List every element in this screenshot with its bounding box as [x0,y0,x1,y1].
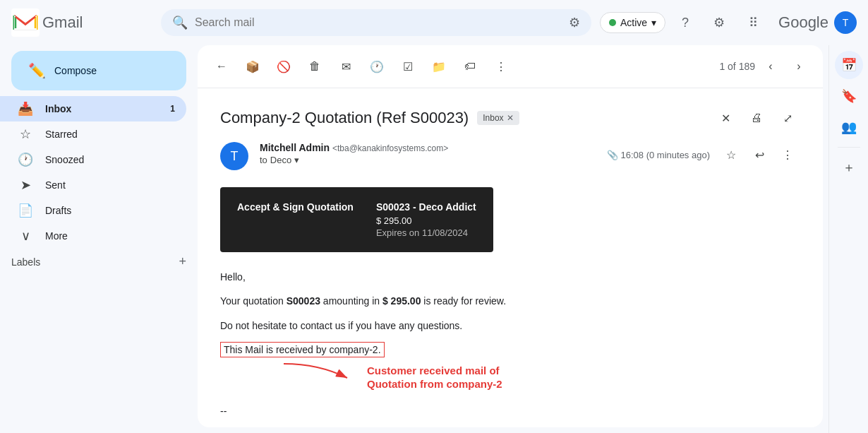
sent-icon: ➤ [17,177,34,193]
report-spam-button[interactable]: 🚫 [271,54,296,79]
search-bar[interactable]: 🔍 ⚙ [161,9,591,36]
close-email-button[interactable]: ✕ [713,105,738,131]
mark-unread-button[interactable]: ✉ [333,54,358,79]
compose-button[interactable]: ✏️ Compose [11,51,186,90]
prev-email-button[interactable]: ‹ [758,54,783,79]
remove-inbox-label[interactable]: ✕ [507,113,514,123]
delete-button[interactable]: 🗑 [302,54,327,79]
sender-name: Mitchell Admin [260,142,330,153]
greeting: Hello, [220,269,800,285]
quotation-ref-inline: S00023 [287,295,320,307]
quotation-price: $ 295.00 [376,215,476,226]
pagination-text: 1 of 189 [719,61,755,72]
meta-icons: ☆ ↩ ⋮ [718,142,800,167]
quotation-details: S00023 - Deco Addict $ 295.00 Expires on… [376,201,476,238]
apps-icon[interactable]: ⠿ [739,8,767,37]
sidebar-item-sent[interactable]: ➤ Sent [0,172,186,198]
quotation-expiry: Expires on 11/08/2024 [376,227,476,238]
snoozed-icon: 🕐 [17,152,34,167]
accept-sign-quotation-button[interactable]: Accept & Sign Quotation [237,201,354,213]
labels-title: Labels [11,256,40,268]
sidebar-item-label: More [45,230,68,242]
print-button[interactable]: 🖨 [744,105,769,131]
add-task-button[interactable]: ☑ [395,54,421,79]
label-button[interactable]: 🏷 [457,54,483,79]
archive-button[interactable]: 📦 [240,54,265,79]
to-dropdown-icon[interactable]: ▾ [294,155,299,165]
add-apps-icon right-icon-add[interactable]: ＋ [835,153,863,182]
active-dot [609,19,616,26]
sidebar-item-inbox[interactable]: 📥 Inbox 1 [0,96,186,121]
add-label-icon[interactable]: + [179,254,186,269]
tune-icon[interactable]: ⚙ [569,15,580,30]
avatar[interactable]: T [834,11,857,34]
paperclip-icon: 📎 [607,150,618,160]
email-time: 📎 16:08 (0 minutes ago) [607,150,710,160]
email-panel: ← 📦 🚫 🗑 ✉ 🕐 ☑ 📁 🏷 ⋮ 1 of 189 ‹ › Company… [198,45,823,427]
pagination: 1 of 189 ‹ › [719,54,812,79]
body-paragraph-1: Your quotation S00023 amounting in $ 295… [220,293,800,309]
annotation-arrow [277,357,361,392]
email-meta: 📎 16:08 (0 minutes ago) ☆ ↩ ⋮ [607,142,800,167]
sender-avatar: T [220,142,248,170]
email-subject: Company-2 Quotation (Ref S00023) [220,109,469,127]
email-header-row: T Mitchell Admin <tba@kanakinfosystems.c… [220,142,800,170]
gmail-logo-icon [11,8,40,37]
sender-email: <tba@kanakinfosystems.com> [332,143,448,153]
calendar-icon[interactable]: 📅 [835,51,863,79]
inbox-badge-count: 1 [170,104,175,114]
sidebar-item-snoozed[interactable]: 🕐 Snoozed [0,147,186,172]
sidebar-item-label: Starred [45,129,78,140]
contacts-icon[interactable]: 👥 [835,113,863,141]
amount-inline: $ 295.00 [382,295,421,307]
sidebar-item-starred[interactable]: ☆ Starred [0,121,186,147]
sidebar-item-more[interactable]: ∨ More [0,223,186,249]
annotation-row: Customer received mail of Quotation from… [220,364,800,392]
search-input[interactable] [195,16,562,29]
sidebar-item-drafts[interactable]: 📄 Drafts [0,198,186,223]
settings-icon[interactable]: ⚙ [705,8,733,37]
inbox-label-badge: Inbox ✕ [477,111,519,125]
sidebar-item-label: Drafts [45,205,71,216]
star-button[interactable]: ☆ [718,142,744,167]
highlighted-text: This Mail is received by company-2. [220,342,385,357]
more-email-options-button[interactable]: ⋮ [775,142,800,167]
sender-name-line: Mitchell Admin <tba@kanakinfosystems.com… [260,142,607,153]
right-sidebar-divider [838,147,860,148]
move-to-button[interactable]: 📁 [426,54,452,79]
back-button[interactable]: ← [209,54,234,79]
main-layout: ✏️ Compose 📥 Inbox 1 ☆ Starred 🕐 Snoozed… [0,45,868,433]
quotation-ref: S00023 - Deco Addict [376,201,476,213]
active-status-button[interactable]: Active ▾ [600,12,665,33]
help-icon[interactable]: ? [671,8,699,37]
right-sidebar: 📅 🔖 👥 ＋ [828,45,868,433]
compose-icon: ✏️ [28,62,46,79]
next-email-button[interactable]: › [786,54,812,79]
google-text: Google [778,13,828,32]
drafts-icon: 📄 [17,203,34,218]
email-toolbar: ← 📦 🚫 🗑 ✉ 🕐 ☑ 📁 🏷 ⋮ 1 of 189 ‹ › [198,45,823,88]
compose-label: Compose [54,65,97,76]
starred-icon: ☆ [17,126,34,142]
more-chevron-icon: ∨ [17,228,34,244]
open-in-new-button[interactable]: ⤢ [775,105,800,131]
more-options-button[interactable]: ⋮ [488,54,514,79]
gmail-text: Gmail [42,13,83,32]
inbox-icon: 📥 [17,101,34,117]
to-line: to Deco ▾ [260,155,607,165]
email-body: Hello, Your quotation S00023 amounting i… [220,269,800,427]
sidebar-item-label: Sent [45,179,66,191]
search-icon: 🔍 [172,15,188,30]
snooze-button[interactable]: 🕐 [364,54,390,79]
reply-button[interactable]: ↩ [747,142,772,167]
sender-info: Mitchell Admin <tba@kanakinfosystems.com… [260,142,607,165]
tasks-icon[interactable]: 🔖 [835,82,863,110]
topbar: Gmail 🔍 ⚙ Active ▾ ? ⚙ ⠿ Google T [0,0,868,45]
sidebar-item-label: Inbox [45,103,71,114]
email-subject-row: Company-2 Quotation (Ref S00023) Inbox ✕… [220,105,800,131]
labels-section[interactable]: Labels + [0,249,198,275]
body-paragraph-2: Do not hesitate to contact us if you hav… [220,318,800,333]
gmail-logo: Gmail [11,8,152,37]
sidebar-item-label: Snoozed [45,154,84,165]
active-label: Active [620,17,647,28]
